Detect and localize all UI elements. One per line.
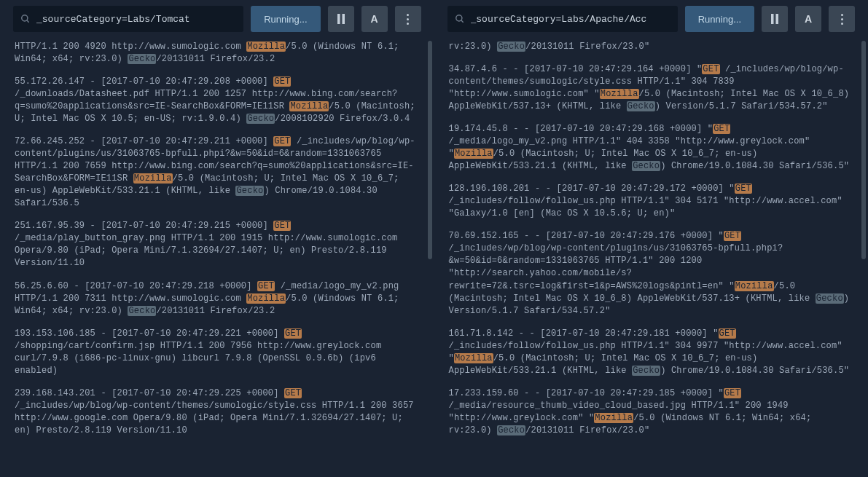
highlight-gecko: Gecko (246, 114, 275, 124)
vertical-dots-icon (841, 14, 843, 25)
log-entry[interactable]: 251.167.95.39 - [2017-07-10 20:47:29.215… (15, 220, 420, 269)
pause-icon (337, 14, 345, 24)
right-panel: Running... A rv:23.0) Gecko/20131011 Fir… (434, 0, 869, 477)
highlight-mozilla: Mozilla (594, 413, 633, 423)
highlight-get: GET (284, 328, 302, 339)
log-entry[interactable]: HTTP/1.1 200 4920 http://www.sumologic.c… (15, 41, 420, 66)
left-toolbar: Running... A (0, 0, 434, 38)
highlight-mozilla: Mozilla (133, 173, 173, 184)
highlight-gecko: Gecko (128, 54, 156, 64)
highlight-mozilla: Mozilla (454, 149, 493, 159)
search-input[interactable] (471, 14, 670, 25)
log-entry[interactable]: 55.172.26.147 - [2017-07-10 20:47:29.208… (15, 76, 420, 125)
highlight-gecko: Gecko (235, 186, 264, 196)
highlight-get: GET (735, 184, 752, 194)
run-status-button[interactable]: Running... (685, 6, 754, 32)
log-entry[interactable]: 239.168.143.201 - [2017-07-10 20:47:29.2… (15, 387, 420, 437)
highlight-get: GET (257, 281, 275, 291)
highlight-mozilla: Mozilla (289, 101, 329, 111)
highlight-gecko: Gecko (627, 101, 655, 111)
log-entry[interactable]: 17.233.159.60 - - [2017-07-10 20:47:29.1… (449, 387, 854, 437)
right-toolbar: Running... A (434, 0, 869, 38)
right-log-output[interactable]: rv:23.0) Gecko/20131011 Firefox/23.0"34.… (434, 38, 869, 477)
svg-rect-3 (342, 14, 345, 24)
scrollbar-thumb[interactable] (861, 41, 866, 259)
search-container[interactable] (13, 6, 243, 32)
run-status-button[interactable]: Running... (251, 6, 320, 32)
log-entry[interactable]: 161.71.8.142 - - [2017-07-10 20:47:29.18… (449, 328, 854, 377)
svg-point-0 (22, 15, 28, 21)
svg-rect-2 (337, 14, 340, 24)
svg-line-5 (461, 20, 463, 23)
pause-button[interactable] (762, 6, 788, 32)
text-mode-button[interactable]: A (795, 6, 821, 32)
highlight-get: GET (719, 328, 736, 339)
highlight-gecko: Gecko (128, 306, 156, 316)
log-entry[interactable]: 70.69.152.165 - - [2017-07-10 20:47:29.1… (449, 230, 854, 317)
highlight-mozilla: Mozilla (735, 281, 774, 291)
log-entry[interactable]: 34.87.4.6 - - [2017-07-10 20:47:29.164 +… (449, 63, 854, 113)
right-scrollbar[interactable] (861, 41, 866, 470)
highlight-gecko: Gecko (632, 161, 660, 171)
highlight-get: GET (284, 388, 302, 398)
search-icon (20, 14, 31, 24)
log-entry[interactable]: 193.153.106.185 - [2017-07-10 20:47:29.2… (15, 328, 420, 377)
pause-button[interactable] (328, 6, 354, 32)
search-input[interactable] (36, 14, 236, 25)
text-mode-button[interactable]: A (361, 6, 388, 32)
more-menu-button[interactable] (829, 6, 855, 32)
pause-icon (770, 14, 779, 24)
left-log-output[interactable]: HTTP/1.1 200 4920 http://www.sumologic.c… (0, 38, 434, 477)
log-entry[interactable]: 72.66.245.252 - [2017-07-10 20:47:29.211… (15, 135, 420, 210)
svg-rect-7 (776, 14, 779, 24)
highlight-get: GET (713, 124, 730, 134)
svg-rect-6 (771, 14, 774, 24)
search-container[interactable] (447, 6, 678, 32)
highlight-get: GET (724, 231, 741, 241)
scrollbar-thumb[interactable] (428, 41, 432, 259)
highlight-gecko: Gecko (497, 42, 525, 52)
left-scrollbar[interactable] (428, 41, 432, 470)
vertical-dots-icon (407, 14, 409, 25)
highlight-get: GET (724, 388, 741, 398)
highlight-get: GET (273, 76, 291, 87)
log-entry[interactable]: 56.25.6.60 - [2017-07-10 20:47:29.218 +0… (15, 280, 420, 318)
highlight-get: GET (702, 64, 719, 74)
search-icon (455, 14, 465, 24)
svg-line-1 (27, 20, 29, 23)
log-entry[interactable]: 19.174.45.8 - - [2017-07-10 20:47:29.168… (449, 123, 854, 173)
log-entry[interactable]: 128.196.108.201 - - [2017-07-10 20:47:29… (449, 183, 854, 220)
highlight-mozilla: Mozilla (246, 293, 286, 304)
highlight-gecko: Gecko (816, 293, 844, 304)
svg-point-4 (455, 15, 461, 21)
highlight-get: GET (273, 221, 291, 231)
log-entry[interactable]: rv:23.0) Gecko/20131011 Firefox/23.0" (449, 41, 854, 53)
highlight-get: GET (273, 136, 291, 146)
more-menu-button[interactable] (395, 6, 421, 32)
highlight-gecko: Gecko (497, 425, 525, 435)
highlight-mozilla: Mozilla (600, 89, 639, 99)
highlight-mozilla: Mozilla (454, 353, 493, 363)
left-panel: Running... A HTTP/1.1 200 4920 http://ww… (0, 0, 434, 477)
highlight-mozilla: Mozilla (246, 42, 286, 52)
highlight-gecko: Gecko (632, 366, 660, 376)
